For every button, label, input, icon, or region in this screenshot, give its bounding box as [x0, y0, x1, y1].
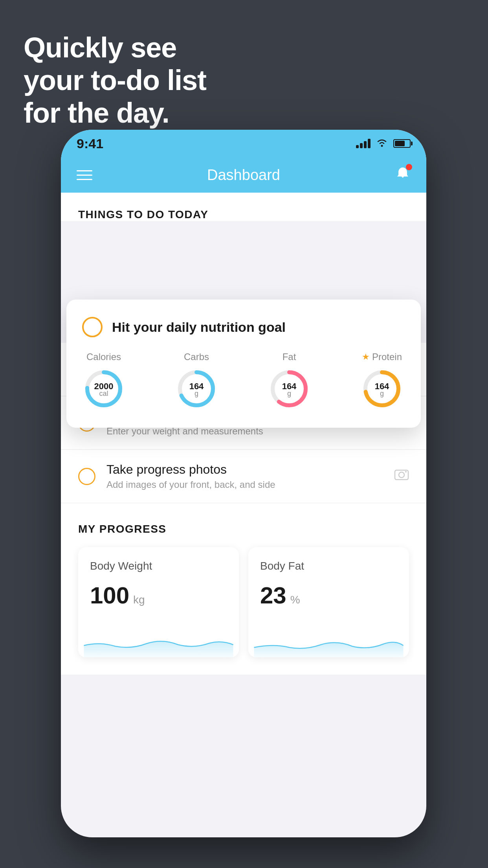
svg-text:g: g — [194, 390, 198, 397]
progress-header: MY PROGRESS — [78, 523, 409, 535]
carbs-label: Carbs — [184, 351, 209, 362]
photos-sub: Add images of your front, back, and side — [106, 479, 383, 490]
body-fat-title: Body Fat — [260, 560, 397, 572]
menu-button[interactable] — [77, 170, 92, 180]
body-weight-value-row: 100 kg — [90, 582, 227, 609]
fat-label: Fat — [283, 351, 296, 362]
body-fat-value-row: 23 % — [260, 582, 397, 609]
status-bar: 9:41 — [61, 130, 426, 157]
calories-label: Calories — [86, 351, 121, 362]
body-weight-wave — [78, 626, 239, 657]
photo-icon — [394, 469, 409, 484]
photos-text: Take progress photos Add images of your … — [106, 462, 383, 490]
things-section: THINGS TO DO TODAY — [61, 193, 426, 221]
body-weight-title: Body Weight — [90, 560, 227, 572]
nutrition-protein: ★ Protein 164 g — [360, 351, 404, 410]
body-weight-unit: kg — [133, 594, 145, 606]
phone-content: THINGS TO DO TODAY Hit your daily nutrit… — [61, 193, 426, 837]
svg-point-22 — [399, 472, 404, 478]
protein-label: ★ Protein — [362, 351, 402, 362]
nutrition-fat: Fat 164 g — [268, 351, 311, 410]
headline: Quickly see your to-do list for the day. — [24, 31, 206, 129]
status-time: 9:41 — [77, 136, 103, 151]
progress-section: MY PROGRESS Body Weight 100 kg — [61, 503, 426, 675]
photos-circle — [78, 468, 95, 485]
nutrition-card-title: Hit your daily nutrition goal — [112, 320, 286, 335]
body-fat-value: 23 — [260, 582, 286, 609]
star-icon: ★ — [362, 352, 370, 362]
nav-title: Dashboard — [207, 167, 280, 184]
signal-icon — [356, 139, 371, 148]
todo-item-photos[interactable]: Take progress photos Add images of your … — [61, 450, 426, 503]
notification-button[interactable] — [395, 166, 411, 185]
phone-frame: 9:41 — [61, 130, 426, 837]
notification-badge — [406, 164, 412, 170]
nutrition-circles: Calories 2000 cal Carbs — [82, 351, 404, 410]
body-weight-card[interactable]: Body Weight 100 kg — [78, 547, 239, 657]
body-fat-unit: % — [290, 594, 300, 606]
fat-donut: 164 g — [268, 367, 311, 410]
protein-donut: 164 g — [360, 367, 404, 410]
nutrition-calories: Calories 2000 cal — [82, 351, 125, 410]
carbs-donut: 164 g — [175, 367, 218, 410]
calories-donut: 2000 cal — [82, 367, 125, 410]
photos-name: Take progress photos — [106, 462, 383, 477]
body-fat-card[interactable]: Body Fat 23 % — [248, 547, 409, 657]
nav-bar: Dashboard — [61, 157, 426, 193]
svg-text:g: g — [380, 390, 384, 397]
wifi-icon — [376, 138, 388, 150]
nutrition-carbs: Carbs 164 g — [175, 351, 218, 410]
things-section-header: THINGS TO DO TODAY — [78, 208, 409, 221]
svg-text:g: g — [287, 390, 291, 397]
body-fat-wave — [248, 626, 409, 657]
svg-point-23 — [405, 471, 407, 473]
status-icons — [356, 138, 411, 150]
body-weight-value: 100 — [90, 582, 129, 609]
svg-point-0 — [381, 145, 383, 147]
nutrition-check-circle[interactable] — [82, 317, 103, 337]
svg-text:cal: cal — [99, 390, 108, 397]
battery-icon — [393, 139, 411, 148]
progress-cards: Body Weight 100 kg — [78, 547, 409, 657]
nutrition-card: Hit your daily nutrition goal Calories 2… — [66, 300, 421, 428]
